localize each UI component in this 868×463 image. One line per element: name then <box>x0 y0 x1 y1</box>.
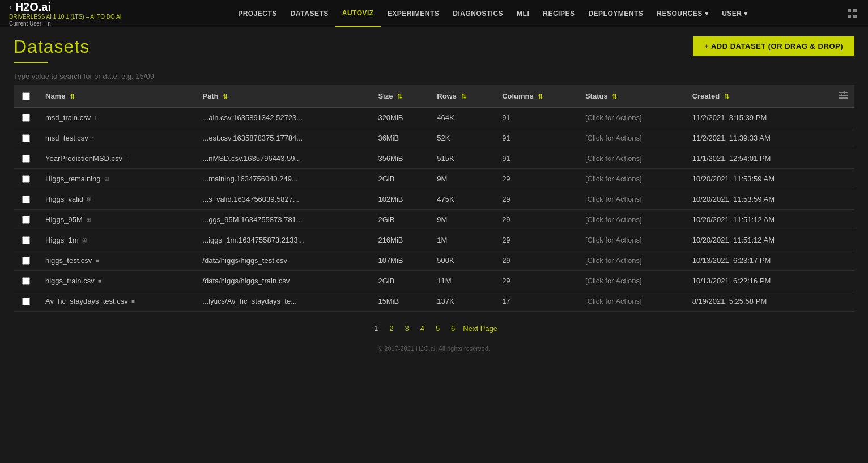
name-sort-icon: ⇅ <box>70 93 75 100</box>
page-5[interactable]: 5 <box>432 323 443 334</box>
row-created-cell: 8/19/2021, 5:25:58 PM <box>686 291 832 312</box>
next-page-button[interactable]: Next Page <box>463 324 497 333</box>
row-checkbox-cell[interactable] <box>14 271 39 291</box>
row-name-cell[interactable]: YearPredictionMSD.csv ↑ <box>39 148 195 169</box>
page-1[interactable]: 1 <box>371 323 381 334</box>
row-extra-cell <box>832 189 854 210</box>
add-dataset-button[interactable]: + ADD DATASET (OR DRAG & DROP) <box>693 36 854 56</box>
col-settings[interactable] <box>832 85 854 108</box>
row-path-cell: ...s_valid.1634756039.5827... <box>195 189 371 210</box>
nav-grid-icon[interactable] <box>845 7 859 20</box>
row-checkbox-cell[interactable] <box>14 291 39 312</box>
row-path-cell: /data/higgs/higgs_test.csv <box>195 250 371 271</box>
page-2[interactable]: 2 <box>386 323 397 334</box>
page-title: Datasets <box>14 36 90 57</box>
rows-sort-icon: ⇅ <box>461 93 466 100</box>
nav-projects[interactable]: PROJECTS <box>231 0 284 27</box>
page-3[interactable]: 3 <box>401 323 412 334</box>
dataset-name-text: Higgs_valid <box>45 195 83 203</box>
row-size-cell: 2GiB <box>371 271 430 291</box>
nav-experiments[interactable]: EXPERIMENTS <box>381 0 446 27</box>
row-created-cell: 10/20/2021, 11:53:59 AM <box>686 169 832 189</box>
search-input[interactable] <box>14 72 854 80</box>
nav-mli[interactable]: MLI <box>510 0 536 27</box>
row-rows-cell: 11M <box>430 271 495 291</box>
row-name-cell[interactable]: Higgs_remaining ⊞ <box>39 169 195 189</box>
row-status-cell[interactable]: [Click for Actions] <box>578 210 686 230</box>
row-status-cell[interactable]: [Click for Actions] <box>578 271 686 291</box>
page-4[interactable]: 4 <box>417 323 428 334</box>
col-rows[interactable]: Rows ⇅ <box>430 85 495 108</box>
svg-rect-1 <box>853 9 857 12</box>
row-checkbox-cell[interactable] <box>14 169 39 189</box>
row-checkbox-3[interactable] <box>22 175 30 183</box>
row-extra-cell <box>832 148 854 169</box>
row-checkbox-7[interactable] <box>22 257 30 265</box>
logo-title[interactable]: ‹ H2O.ai <box>9 1 122 14</box>
row-columns-cell: 29 <box>495 210 578 230</box>
nav-user[interactable]: USER ▾ <box>715 0 755 27</box>
col-created[interactable]: Created ⇅ <box>686 85 832 108</box>
row-checkbox-cell[interactable] <box>14 230 39 250</box>
dataset-name-text: msd_test.csv <box>45 134 88 142</box>
row-checkbox-1[interactable] <box>22 134 30 142</box>
svg-rect-7 <box>844 91 845 94</box>
nav-recipes[interactable]: RECIPES <box>536 0 581 27</box>
dataset-name-text: YearPredictionMSD.csv <box>45 154 122 163</box>
dataset-name-text: Higgs_1m <box>45 236 79 244</box>
row-checkbox-5[interactable] <box>22 216 30 224</box>
row-checkbox-cell[interactable] <box>14 250 39 271</box>
row-checkbox-cell[interactable] <box>14 108 39 128</box>
col-status[interactable]: Status ⇅ <box>578 85 686 108</box>
row-name-cell[interactable]: Higgs_1m ⊞ <box>39 230 195 250</box>
row-checkbox-cell[interactable] <box>14 189 39 210</box>
row-status-cell[interactable]: [Click for Actions] <box>578 250 686 271</box>
nav-deployments[interactable]: DEPLOYMENTS <box>581 0 650 27</box>
nav-resources[interactable]: RESOURCES ▾ <box>650 0 715 27</box>
row-status-cell[interactable]: [Click for Actions] <box>578 108 686 128</box>
row-status-cell[interactable]: [Click for Actions] <box>578 230 686 250</box>
table-row: YearPredictionMSD.csv ↑ ...nMSD.csv.1635… <box>14 148 854 169</box>
row-name-cell[interactable]: msd_train.csv ↑ <box>39 108 195 128</box>
row-checkbox-cell[interactable] <box>14 148 39 169</box>
row-status-cell[interactable]: [Click for Actions] <box>578 291 686 312</box>
row-status-cell[interactable]: [Click for Actions] <box>578 189 686 210</box>
nav-datasets[interactable]: DATASETS <box>284 0 335 27</box>
row-checkbox-cell[interactable] <box>14 128 39 148</box>
row-checkbox-2[interactable] <box>22 155 30 163</box>
row-path-cell: ...lytics/Av_hc_staydays_te... <box>195 291 371 312</box>
select-all-header[interactable] <box>14 85 39 108</box>
row-checkbox-8[interactable] <box>22 277 30 285</box>
row-checkbox-4[interactable] <box>22 196 30 203</box>
col-size[interactable]: Size ⇅ <box>371 85 430 108</box>
row-status-cell[interactable]: [Click for Actions] <box>578 128 686 148</box>
page-6[interactable]: 6 <box>448 323 458 334</box>
dataset-name-text: higgs_test.csv <box>45 256 92 265</box>
row-status-cell[interactable]: [Click for Actions] <box>578 148 686 169</box>
col-columns[interactable]: Columns ⇅ <box>495 85 578 108</box>
col-name[interactable]: Name ⇅ <box>39 85 195 108</box>
table-row: higgs_test.csv ■ /data/higgs/higgs_test.… <box>14 250 854 271</box>
row-status-cell[interactable]: [Click for Actions] <box>578 169 686 189</box>
row-extra-cell <box>832 271 854 291</box>
row-checkbox-0[interactable] <box>22 114 30 122</box>
size-sort-icon: ⇅ <box>397 93 402 100</box>
row-name-cell[interactable]: Av_hc_staydays_test.csv ■ <box>39 291 195 312</box>
row-size-cell: 107MiB <box>371 250 430 271</box>
row-created-cell: 11/2/2021, 3:15:39 PM <box>686 108 832 128</box>
row-checkbox-6[interactable] <box>22 236 30 244</box>
row-name-cell[interactable]: higgs_train.csv ■ <box>39 271 195 291</box>
row-name-cell[interactable]: Higgs_95M ⊞ <box>39 210 195 230</box>
row-name-cell[interactable]: Higgs_valid ⊞ <box>39 189 195 210</box>
col-path[interactable]: Path ⇅ <box>195 85 371 108</box>
dataset-type-icon: ⊞ <box>104 176 109 182</box>
row-name-cell[interactable]: msd_test.csv ↑ <box>39 128 195 148</box>
select-all-checkbox[interactable] <box>22 92 30 100</box>
row-checkbox-cell[interactable] <box>14 210 39 230</box>
nav-autoviz[interactable]: AUTOVIZ <box>335 0 381 27</box>
nav-diagnostics[interactable]: DIAGNOSTICS <box>446 0 510 27</box>
row-checkbox-9[interactable] <box>22 298 30 305</box>
dataset-name-text: Av_hc_staydays_test.csv <box>45 297 128 305</box>
row-name-cell[interactable]: higgs_test.csv ■ <box>39 250 195 271</box>
table-body: msd_train.csv ↑ ...ain.csv.1635891342.52… <box>14 108 854 312</box>
